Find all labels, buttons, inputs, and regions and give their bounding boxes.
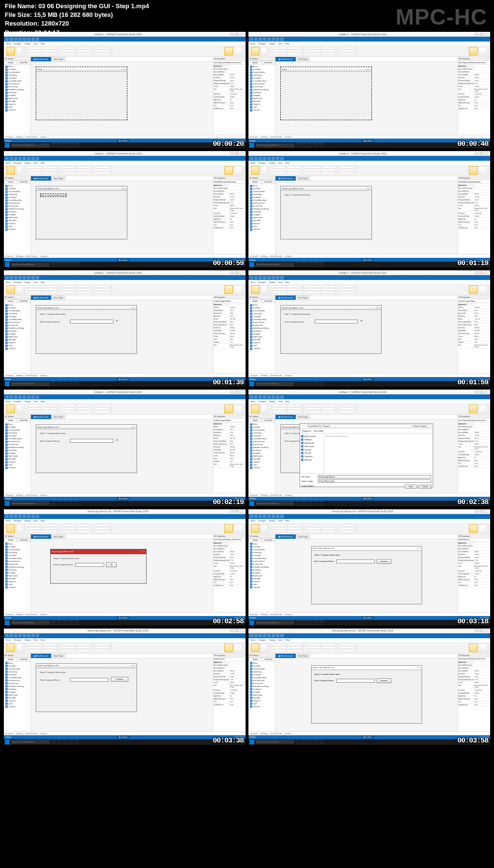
maximize-icon[interactable]: □: [235, 391, 239, 393]
property-grid[interactable]: Appearance AccessibleDescriptionAccessib…: [458, 65, 490, 135]
tab-mainform[interactable]: ▣ MainForm.psf: [275, 415, 296, 419]
toolbox-list[interactable]: ButtonCheckBoxCheckedListBoxColorDialogC…: [4, 184, 30, 254]
menu-home[interactable]: Home: [6, 639, 11, 641]
close-icon[interactable]: ×: [484, 510, 488, 513]
filename-input[interactable]: EventLogCollector: [318, 475, 431, 478]
property-object-selector[interactable]: textboxComputerName: [213, 299, 246, 303]
maximize-icon[interactable]: □: [480, 271, 483, 274]
search-input[interactable]: Search the web and Windows: [11, 263, 50, 267]
menu-designer[interactable]: Designer: [14, 162, 22, 164]
property-object-selector[interactable]: buttonConnect: [213, 658, 246, 661]
thumbnail-2[interactable]: Untitled 1 - SAPIEN PowerShell Studio 20…: [248, 32, 490, 148]
minimize-icon[interactable]: –: [475, 152, 479, 155]
start-button[interactable]: [249, 262, 254, 267]
thumbnail-11[interactable]: EventLogCollector.psf - SAPIEN PowerShel…: [4, 629, 246, 745]
property-grid[interactable]: Appearance AccessibleDescriptionAccessib…: [213, 661, 246, 731]
property-grid[interactable]: Appearance (Name)textbox1AcceptsReturnFa…: [213, 422, 246, 492]
menu-tools[interactable]: Tools: [278, 400, 282, 403]
menu-deploy[interactable]: Deploy: [25, 400, 30, 403]
menu-deploy[interactable]: Deploy: [25, 42, 30, 45]
toolbox-list[interactable]: ButtonCheckBoxCheckedListBoxColorDialogC…: [248, 542, 275, 612]
menu-help[interactable]: Help: [41, 162, 44, 164]
start-button[interactable]: [5, 740, 10, 744]
menu-tools[interactable]: Tools: [33, 42, 38, 45]
property-grid[interactable]: Appearance AccessibleDescriptionAccessib…: [458, 422, 490, 492]
close-icon[interactable]: ×: [240, 152, 244, 155]
menu-home[interactable]: Home: [250, 639, 256, 641]
form-designer-canvas[interactable]: Event Log Collector v1.0– □ × Step 1: Co…: [31, 420, 213, 492]
search-input[interactable]: Search the web and Windows: [11, 740, 50, 744]
menu-deploy[interactable]: Deploy: [269, 639, 275, 641]
menu-help[interactable]: Help: [285, 42, 289, 45]
toolbox-list[interactable]: ButtonCheckBoxCheckedListBoxColorDialogC…: [248, 422, 275, 492]
tab-mainform[interactable]: ▣ MainForm.psf: [275, 534, 296, 539]
start-button[interactable]: [249, 620, 254, 625]
close-icon[interactable]: ×: [484, 391, 488, 393]
toolbox-list[interactable]: ButtonCheckBoxCheckedListBoxColorDialogC…: [248, 184, 275, 254]
tab-startpage[interactable]: Start Page: [51, 295, 66, 300]
tab-mainform[interactable]: ▣ MainForm.psf: [275, 57, 296, 61]
menu-tools[interactable]: Tools: [33, 162, 38, 164]
close-icon[interactable]: ×: [240, 510, 244, 513]
menu-tools[interactable]: Tools: [33, 400, 38, 403]
tab-mainform[interactable]: ▣ MainForm.psf: [31, 415, 51, 419]
menu-help[interactable]: Help: [41, 400, 44, 403]
search-input[interactable]: Search the web and Windows: [256, 382, 294, 386]
minimize-icon[interactable]: –: [230, 629, 234, 632]
tab-mainform[interactable]: ▣ MainForm.psf: [31, 534, 51, 539]
menu-deploy[interactable]: Deploy: [269, 281, 275, 283]
menu-tools[interactable]: Tools: [278, 162, 282, 164]
search-input[interactable]: Search the web and Windows: [11, 382, 50, 386]
menu-deploy[interactable]: Deploy: [269, 519, 275, 522]
toolbox-list[interactable]: ButtonCheckBoxCheckedListBoxColorDialogC…: [4, 303, 30, 373]
toolbox-list[interactable]: ButtonCheckBoxCheckedListBoxColorDialogC…: [4, 661, 30, 731]
savetype-select[interactable]: Form Files (*.psf): [318, 479, 431, 483]
start-button[interactable]: [249, 740, 254, 744]
property-object-selector[interactable]: textboxComputerName: [213, 419, 246, 422]
tab-mainform[interactable]: ▣ MainForm.psf: [275, 176, 296, 181]
maximize-icon[interactable]: □: [480, 152, 483, 155]
tab-startpage[interactable]: Start Page: [51, 176, 66, 181]
tab-startpage[interactable]: Start Page: [296, 57, 311, 61]
maximize-icon[interactable]: □: [480, 629, 483, 632]
menu-deploy[interactable]: Deploy: [25, 162, 30, 164]
close-icon[interactable]: ×: [484, 271, 488, 274]
thumbnail-1[interactable]: Untitled 1 - SAPIEN PowerShell Studio 20…: [4, 32, 246, 148]
menu-tools[interactable]: Tools: [278, 281, 282, 283]
search-input[interactable]: Search the web and Windows: [11, 620, 50, 625]
search-input[interactable]: Search the web and Windows: [256, 143, 294, 148]
tab-mainform[interactable]: ▣ MainForm.psf: [275, 654, 296, 658]
menu-designer[interactable]: Designer: [14, 400, 22, 403]
close-icon[interactable]: ×: [240, 271, 244, 274]
close-icon[interactable]: ×: [484, 629, 488, 632]
minimize-icon[interactable]: –: [230, 152, 234, 155]
minimize-icon[interactable]: –: [230, 510, 234, 513]
menu-tools[interactable]: Tools: [278, 42, 282, 45]
tab-mainform[interactable]: ▣ MainForm.psf: [31, 176, 51, 181]
property-object-selector[interactable]: labelStep1ComputerNameInp: [213, 180, 246, 184]
minimize-icon[interactable]: –: [230, 271, 234, 274]
menu-help[interactable]: Help: [285, 519, 289, 522]
form-designer-canvas[interactable]: Form– □ ×: [31, 62, 213, 135]
menu-home[interactable]: Home: [6, 281, 11, 283]
search-input[interactable]: Search the web and Windows: [256, 740, 294, 744]
maximize-icon[interactable]: □: [235, 33, 239, 36]
menu-designer[interactable]: Designer: [259, 400, 266, 403]
menu-designer[interactable]: Designer: [14, 42, 22, 45]
tab-startpage[interactable]: Start Page: [296, 654, 311, 658]
thumbnail-5[interactable]: Untitled 1 - SAPIEN PowerShell Studio 20…: [4, 270, 246, 387]
toolbox-list[interactable]: ButtonCheckBoxCheckedListBoxColorDialogC…: [248, 661, 275, 731]
menu-designer[interactable]: Designer: [259, 42, 266, 45]
menu-help[interactable]: Help: [285, 639, 289, 641]
form-designer-canvas[interactable]: Event Log Collector v1.0– □ × Step 1: Co…: [275, 539, 457, 612]
property-object-selector[interactable]: form1 System.Windows.Forms.Form: [458, 419, 490, 422]
thumbnail-8[interactable]: Untitled 1 - SAPIEN PowerShell Studio 20…: [248, 390, 490, 506]
property-grid[interactable]: Appearance AccessibleDescriptionAccessib…: [213, 65, 246, 135]
property-object-selector[interactable]: form1 System.Windows.Forms.Form: [458, 658, 490, 661]
search-input[interactable]: Search the web and Windows: [11, 143, 50, 148]
minimize-icon[interactable]: –: [475, 33, 479, 36]
close-icon[interactable]: ×: [240, 629, 244, 632]
form-designer-canvas[interactable]: Form– □ ×: [275, 62, 457, 135]
close-icon[interactable]: ×: [240, 33, 244, 36]
minimize-icon[interactable]: –: [475, 271, 479, 274]
